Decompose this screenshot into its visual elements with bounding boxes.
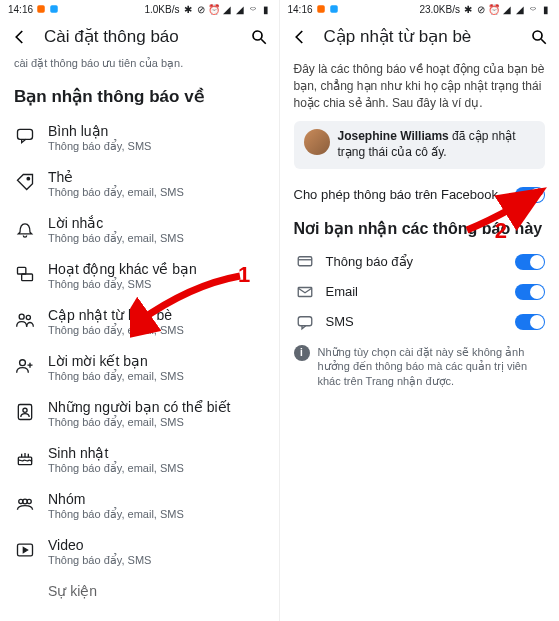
dnd-icon: ⊘: [476, 4, 486, 14]
info-icon: i: [294, 345, 310, 361]
list-item-video[interactable]: VideoThông báo đẩy, SMS: [14, 531, 265, 577]
row-title: Thẻ: [48, 169, 184, 185]
svg-point-2: [253, 31, 262, 40]
back-button[interactable]: [290, 27, 310, 47]
email-icon: [294, 283, 316, 301]
push-icon: [294, 253, 316, 271]
signal-icon: ◢: [515, 4, 525, 14]
bell-icon: [14, 217, 36, 239]
sms-icon: [294, 313, 316, 331]
bluetooth-icon: ✱: [183, 4, 193, 14]
wifi-icon: ⌔: [528, 4, 538, 14]
svg-point-8: [26, 315, 30, 319]
mi-icon: [316, 4, 326, 14]
search-button[interactable]: [529, 27, 549, 47]
signal-icon: ◢: [235, 4, 245, 14]
toggle-switch[interactable]: [515, 314, 545, 330]
list-item-tags[interactable]: ThẻThông báo đẩy, email, SMS: [14, 163, 265, 209]
section-title: Bạn nhận thông báo về: [14, 86, 265, 107]
list-item-reminders[interactable]: Lời nhắcThông báo đẩy, email, SMS: [14, 209, 265, 255]
description: Đây là các thông báo về hoạt động của bạ…: [294, 61, 546, 111]
row-title: Lời nhắc: [48, 215, 184, 231]
contacts-icon: [14, 401, 36, 423]
row-title: Nhóm: [48, 491, 184, 507]
info-text: Những tùy chọn cài đặt này sẽ không ảnh …: [318, 345, 546, 390]
header: Cập nhật từ bạn bè: [280, 18, 560, 55]
row-sub: Thông báo đẩy, email, SMS: [48, 324, 184, 337]
row-sub: Thông báo đẩy, email, SMS: [48, 508, 184, 521]
svg-rect-0: [37, 5, 45, 13]
row-sub: Thông báo đẩy, SMS: [48, 140, 151, 153]
wifi-icon: ⌔: [248, 4, 258, 14]
toggle-switch[interactable]: [515, 284, 545, 300]
app-badge-icon: [329, 4, 339, 14]
alarm-icon: ⏰: [489, 4, 499, 14]
status-net: 1.0KB/s: [144, 4, 179, 15]
example-card: Josephine Williams đã cập nhật trạng thá…: [294, 121, 546, 168]
allow-label: Cho phép thông báo trên Facebook: [294, 187, 516, 202]
page-title: Cài đặt thông báo: [44, 26, 235, 47]
svg-rect-3: [18, 129, 33, 139]
channel-sms[interactable]: SMS: [294, 307, 546, 337]
header: Cài đặt thông báo: [0, 18, 279, 55]
row-title: Cập nhật từ bạn bè: [48, 307, 184, 323]
status-time: 14:16: [8, 4, 33, 15]
row-title: Bình luận: [48, 123, 151, 139]
row-sub: Thông báo đẩy, email, SMS: [48, 232, 184, 245]
battery-icon: ▮: [541, 4, 551, 14]
row-sub: Thông báo đẩy, email, SMS: [48, 462, 184, 475]
signal-icon: ◢: [502, 4, 512, 14]
example-text: Josephine Williams đã cập nhật trạng thá…: [338, 129, 536, 160]
channel-push[interactable]: Thông báo đẩy: [294, 247, 546, 277]
status-net: 23.0KB/s: [419, 4, 460, 15]
status-bar: 14:16 23.0KB/s ✱ ⊘ ⏰ ◢ ◢ ⌔ ▮: [280, 0, 560, 18]
svg-point-9: [20, 360, 26, 366]
svg-rect-17: [317, 5, 325, 13]
toggle-switch[interactable]: [515, 187, 545, 203]
feed-icon: [14, 263, 36, 285]
channel-label: Email: [326, 284, 516, 299]
app-badge-icon: [49, 4, 59, 14]
list-item-groups[interactable]: NhómThông báo đẩy, email, SMS: [14, 485, 265, 531]
status-time: 14:16: [288, 4, 313, 15]
list-item-friend-updates[interactable]: Cập nhật từ bạn bèThông báo đẩy, email, …: [14, 301, 265, 347]
back-button[interactable]: [10, 27, 30, 47]
row-sub: Thông báo đẩy, email, SMS: [48, 370, 184, 383]
status-bar: 14:16 1.0KB/s ✱ ⊘ ⏰ ◢ ◢ ⌔ ▮: [0, 0, 279, 18]
group-icon: [14, 493, 36, 515]
signal-icon: ◢: [222, 4, 232, 14]
mi-icon: [36, 4, 46, 14]
channel-label: Thông báo đẩy: [326, 254, 516, 269]
channel-label: SMS: [326, 314, 516, 329]
dnd-icon: ⊘: [196, 4, 206, 14]
list-item-pymk[interactable]: Những người bạn có thể biếtThông báo đẩy…: [14, 393, 265, 439]
svg-rect-1: [50, 5, 58, 13]
row-title: Hoạt động khác về bạn: [48, 261, 197, 277]
friends-icon: [14, 309, 36, 331]
alarm-icon: ⏰: [209, 4, 219, 14]
info-row: i Những tùy chọn cài đặt này sẽ không ản…: [294, 345, 546, 390]
birthday-icon: [14, 447, 36, 469]
avatar: [304, 129, 330, 155]
list-item-events[interactable]: Sự kiện: [14, 577, 265, 617]
comment-icon: [14, 125, 36, 147]
annotation-label-2: 2: [495, 218, 507, 244]
row-title: Sinh nhật: [48, 445, 184, 461]
list-item-friend-requests[interactable]: Lời mời kết bạnThông báo đẩy, email, SMS: [14, 347, 265, 393]
search-button[interactable]: [249, 27, 269, 47]
svg-rect-20: [298, 256, 312, 265]
svg-point-7: [19, 314, 24, 319]
channel-email[interactable]: Email: [294, 277, 546, 307]
svg-rect-18: [330, 5, 338, 13]
list-item-birthdays[interactable]: Sinh nhậtThông báo đẩy, email, SMS: [14, 439, 265, 485]
svg-point-11: [23, 408, 27, 412]
toggle-switch[interactable]: [515, 254, 545, 270]
list-item-other-activity[interactable]: Hoạt động khác về bạnThông báo đẩy, SMS: [14, 255, 265, 301]
row-title: Lời mời kết bạn: [48, 353, 184, 369]
row-sub: Thông báo đẩy, email, SMS: [48, 416, 230, 429]
list-item-comments[interactable]: Bình luậnThông báo đẩy, SMS: [14, 117, 265, 163]
page-title: Cập nhật từ bạn bè: [324, 26, 516, 47]
example-name: Josephine Williams: [338, 129, 449, 143]
bluetooth-icon: ✱: [463, 4, 473, 14]
allow-toggle-row[interactable]: Cho phép thông báo trên Facebook: [294, 181, 546, 209]
